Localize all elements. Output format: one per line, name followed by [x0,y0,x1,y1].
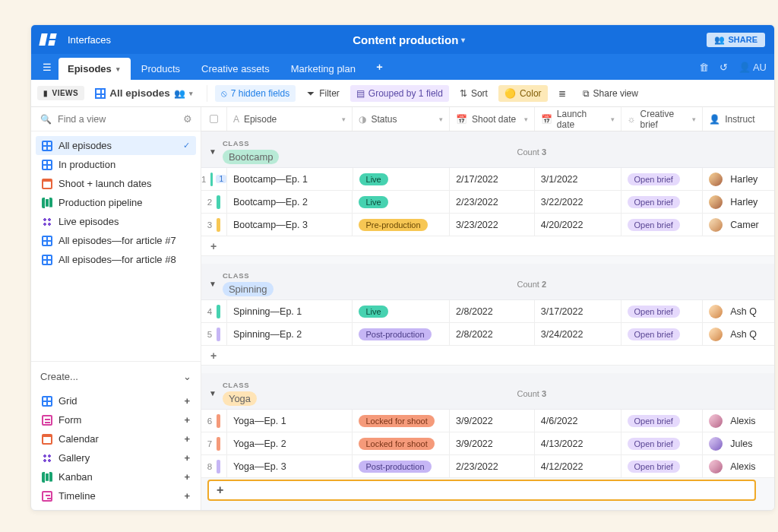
cell-instructor[interactable]: Ash Q [703,323,774,345]
row-height-button[interactable]: ≣ [552,85,572,102]
column-creative-brief[interactable]: ☼Creative brief▾ [621,107,704,131]
table-row[interactable]: 6 Yoga—Ep. 1 Locked for shoot 3/9/2022 4… [201,410,774,432]
cell-instructor[interactable]: Alexis [703,455,774,477]
add-row-button[interactable]: + [201,346,774,366]
sidebar-view-item[interactable]: Production pipeline [36,193,196,212]
create-section-header[interactable]: Create... ⌄ [31,366,201,387]
cell-status[interactable]: Post-production [353,455,450,477]
create-grid-item[interactable]: Grid+ [36,391,196,410]
cell-creative-brief[interactable]: Open brief [621,300,704,322]
cell-launch-date[interactable]: 3/17/2022 [535,300,621,322]
cell-shoot-date[interactable]: 3/23/2022 [450,214,535,236]
cell-launch-date[interactable]: 4/12/2022 [535,455,621,477]
group-header[interactable]: ▼ CLASS Yoga Count 3 [201,373,774,410]
cell-creative-brief[interactable]: Open brief [621,191,704,213]
cell-shoot-date[interactable]: 2/23/2022 [450,191,535,213]
create-timeline-item[interactable]: Timeline+ [36,486,196,505]
sidebar-view-item[interactable]: In production [36,155,196,174]
sidebar-view-item[interactable]: All episodes✓ [36,136,196,155]
select-all-column[interactable] [201,107,227,131]
cell-instructor[interactable]: Ash Q [703,300,774,322]
table-row[interactable]: 11 Bootcamp—Ep. 1 Live 2/17/2022 3/1/202… [201,168,774,191]
interfaces-link[interactable]: Interfaces [68,34,111,46]
cell-episode[interactable]: Bootcamp—Ep. 1 [227,168,353,190]
trash-icon[interactable]: 🗑 [699,62,709,73]
cell-status[interactable]: Locked for shoot [353,432,450,454]
cell-shoot-date[interactable]: 3/9/2022 [450,410,535,432]
cell-status[interactable]: Live [353,300,450,322]
hidden-fields-button[interactable]: ⦸7 hidden fields [215,85,296,102]
cell-launch-date[interactable]: 3/24/2022 [535,323,621,345]
view-search-input[interactable] [58,114,177,125]
sidebar-view-item[interactable]: All episodes—for article #7 [36,231,196,250]
cell-shoot-date[interactable]: 2/23/2022 [450,455,535,477]
column-episode[interactable]: AEpisode▾ [227,107,353,131]
cell-shoot-date[interactable]: 2/8/2022 [450,323,535,345]
cell-episode[interactable]: Yoga—Ep. 3 [227,455,353,477]
cell-episode[interactable]: Bootcamp—Ep. 2 [227,191,353,213]
create-calendar-item[interactable]: Calendar+ [36,429,196,448]
tab-products[interactable]: Products [132,58,191,80]
cell-shoot-date[interactable]: 2/17/2022 [450,168,535,190]
cell-launch-date[interactable]: 4/13/2022 [535,432,621,454]
cell-launch-date[interactable]: 3/1/2022 [535,168,621,190]
share-view-button[interactable]: ⧉Share view [577,85,644,102]
cell-status[interactable]: Live [353,191,450,213]
base-title[interactable]: Content production ▾ [123,33,694,46]
share-button[interactable]: 👥 SHARE [707,33,765,47]
sort-button[interactable]: ⇅Sort [454,85,494,102]
hamburger-icon[interactable]: ☰ [37,57,57,77]
column-instructor[interactable]: 👤Instruct [703,107,774,131]
cell-instructor[interactable]: Camer [703,214,774,236]
cell-creative-brief[interactable]: Open brief [621,410,704,432]
cell-episode[interactable]: Yoga—Ep. 2 [227,432,353,454]
history-icon[interactable]: ↺ [719,62,728,73]
gear-icon[interactable]: ⚙ [183,113,192,125]
column-status[interactable]: ◑Status▾ [353,107,450,131]
user-menu[interactable]: 👤AU [738,62,767,73]
sidebar-view-item[interactable]: Live episodes [36,212,196,231]
create-gallery-item[interactable]: Gallery+ [36,448,196,467]
add-row-button[interactable]: + [201,236,774,256]
cell-instructor[interactable]: Alexis [703,410,774,432]
group-header[interactable]: ▼ CLASS Bootcamp Count 3 [201,131,774,168]
sidebar-view-item[interactable]: Shoot + launch dates [36,174,196,193]
color-button[interactable]: 🟡Color [498,85,548,102]
cell-creative-brief[interactable]: Open brief [621,432,704,454]
cell-instructor[interactable]: Jules [703,432,774,454]
add-table-button[interactable]: ＋ [372,59,387,74]
cell-episode[interactable]: Bootcamp—Ep. 3 [227,214,353,236]
tab-episodes[interactable]: Episodes▾ [59,58,131,80]
tab-marketing-plan[interactable]: Marketing plan [282,58,366,80]
table-row[interactable]: 2 Bootcamp—Ep. 2 Live 2/23/2022 3/22/202… [201,191,774,214]
cell-status[interactable]: Post-production [353,323,450,345]
cell-instructor[interactable]: Harley [703,168,774,190]
table-row[interactable]: 7 Yoga—Ep. 2 Locked for shoot 3/9/2022 4… [201,432,774,455]
add-row-button[interactable]: + [207,480,756,501]
cell-status[interactable]: Live [353,168,451,190]
current-view-button[interactable]: All episodes 👥 ▾ [89,84,199,102]
cell-episode[interactable]: Yoga—Ep. 1 [227,410,353,432]
cell-launch-date[interactable]: 4/6/2022 [535,410,621,432]
column-launch-date[interactable]: 📅Launch date▾ [535,107,621,131]
cell-shoot-date[interactable]: 3/9/2022 [450,432,535,454]
cell-creative-brief[interactable]: Open brief [621,455,704,477]
cell-episode[interactable]: Spinning—Ep. 1 [227,300,353,322]
column-shoot-date[interactable]: 📅Shoot date▾ [450,107,535,131]
cell-launch-date[interactable]: 4/20/2022 [535,214,621,236]
tab-creative-assets[interactable]: Creative assets [192,58,280,80]
table-row[interactable]: 4 Spinning—Ep. 1 Live 2/8/2022 3/17/2022… [201,300,774,323]
cell-creative-brief[interactable]: Open brief [621,214,704,236]
group-button[interactable]: ▤Grouped by 1 field [350,85,449,102]
table-row[interactable]: 3 Bootcamp—Ep. 3 Pre-production 3/23/202… [201,214,774,236]
group-header[interactable]: ▼ CLASS Spinning Count 2 [201,264,774,300]
cell-episode[interactable]: Spinning—Ep. 2 [227,323,353,345]
filter-button[interactable]: ⏷Filter [300,85,346,102]
create-form-item[interactable]: Form+ [36,410,196,429]
sidebar-view-item[interactable]: All episodes—for article #8 [36,250,196,269]
cell-instructor[interactable]: Harley [703,191,774,213]
cell-creative-brief[interactable]: Open brief [621,323,704,345]
cell-status[interactable]: Locked for shoot [353,410,450,432]
cell-creative-brief[interactable]: Open brief [621,168,704,190]
cell-launch-date[interactable]: 3/22/2022 [535,191,621,213]
